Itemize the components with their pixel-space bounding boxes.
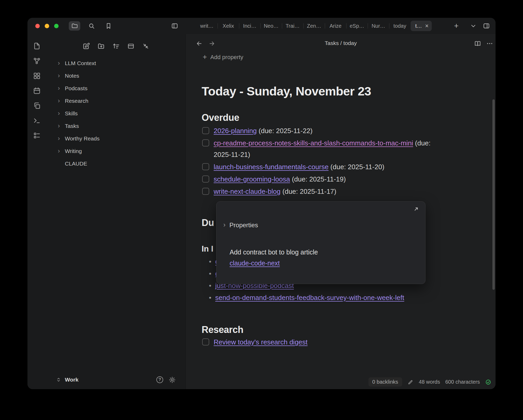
more-options-button[interactable] (485, 39, 494, 48)
task-checkbox[interactable] (202, 163, 209, 170)
file-claude[interactable]: CLAUDE (46, 157, 185, 170)
tab-neo[interactable]: Neo… (260, 21, 282, 31)
note-link[interactable]: cp-readme-process-notes-skills-and-slash… (214, 139, 413, 147)
folder-notes[interactable]: ›Notes (46, 70, 185, 82)
task-checkbox[interactable] (202, 338, 209, 345)
research-task-list: Review today's research digest (202, 336, 437, 349)
graph-view-button[interactable] (32, 56, 42, 66)
backlinks-count[interactable]: 0 backlinks (368, 377, 402, 387)
bookmark-icon (105, 22, 112, 29)
tab-label: Neo… (264, 23, 279, 29)
terminal-button[interactable] (32, 115, 42, 126)
task-checkbox[interactable] (202, 127, 209, 134)
collapse-all-button[interactable] (140, 41, 151, 51)
graph-icon (33, 57, 41, 65)
due-date: (due: 2025-11-17) (281, 188, 336, 195)
bullet-icon: • (209, 294, 211, 302)
toggle-right-sidebar-button[interactable] (481, 21, 492, 31)
tab-zen[interactable]: Zen… (303, 21, 325, 31)
new-note-button[interactable] (81, 41, 91, 51)
reading-view-button[interactable] (473, 39, 482, 48)
sync-status-button[interactable] (485, 379, 491, 385)
collapse-icon (142, 42, 150, 50)
tasks-view-button[interactable] (32, 130, 42, 141)
tab-list-button[interactable] (468, 21, 479, 31)
note-link[interactable]: launch-business-fundamentals-course (214, 163, 328, 171)
task-row: cp-readme-process-notes-skills-and-slash… (202, 137, 437, 160)
vault-folder-button[interactable] (69, 21, 80, 31)
folder-research[interactable]: ›Research (46, 95, 185, 107)
minimize-window-button[interactable] (45, 24, 49, 28)
tab-esp[interactable]: eSp… (346, 21, 368, 31)
toggle-left-sidebar-button[interactable] (169, 21, 180, 31)
list-item: •send-on-demand-students-feedback-survey… (209, 292, 404, 304)
bookmarks-button[interactable] (103, 21, 114, 31)
vault-switcher[interactable]: Work (56, 377, 78, 383)
properties-toggle[interactable]: › Properties (223, 222, 258, 229)
bullet-icon: • (209, 270, 211, 277)
edit-mode-button[interactable] (407, 379, 414, 385)
add-property-label: Add property (210, 54, 243, 61)
folder-tasks[interactable]: ›Tasks (46, 120, 185, 132)
tab-today[interactable]: today (389, 21, 411, 31)
help-button[interactable]: ? (155, 375, 164, 384)
note-link[interactable]: claude-code-next (230, 259, 280, 267)
settings-button[interactable] (168, 375, 177, 384)
tab-xelix[interactable]: Xelix (218, 21, 239, 31)
tab-arize[interactable]: Arize (325, 21, 346, 31)
task-checkbox[interactable] (202, 175, 209, 183)
status-bar: 0 backlinks 48 words 600 characters (368, 377, 491, 387)
task-checkbox[interactable] (202, 188, 209, 195)
expand-panel-button[interactable] (126, 41, 136, 51)
open-in-pane-button[interactable] (413, 206, 420, 214)
zoom-window-button[interactable] (54, 24, 59, 28)
folder-plus-icon (97, 42, 105, 50)
folder-llm-context[interactable]: ›LLM Context (46, 57, 185, 70)
templates-button[interactable] (32, 100, 42, 111)
close-window-button[interactable] (35, 24, 40, 28)
close-tab-icon[interactable]: × (425, 23, 429, 29)
folder-podcasts[interactable]: ›Podcasts (46, 82, 185, 95)
scrollbar-thumb[interactable] (492, 99, 495, 290)
tab-label: Inci… (243, 23, 256, 29)
sidebar-footer: Work ? (46, 374, 185, 385)
hover-preview-popover: › Properties Add contract bot to blog ar… (216, 201, 425, 284)
pencil-icon (408, 379, 413, 385)
note-link[interactable]: send-on-demand-students-feedback-survey-… (215, 294, 404, 302)
tab-label: Zen… (307, 23, 321, 29)
task-checkbox[interactable] (202, 139, 209, 146)
folder-worthy-reads[interactable]: ›Worthy Reads (46, 132, 185, 145)
note-content: + Add property Today - Sunday, November … (186, 52, 496, 389)
breadcrumb[interactable]: Tasks / today (186, 34, 496, 52)
note-link[interactable]: write-next-claude-blog (214, 188, 281, 195)
folder-skills[interactable]: ›Skills (46, 107, 185, 120)
sort-button[interactable] (111, 41, 121, 51)
tab-trai[interactable]: Trai… (282, 21, 303, 31)
note-link[interactable]: schedule-grooming-loosa (214, 175, 290, 183)
daily-note-button[interactable] (32, 86, 42, 96)
new-folder-button[interactable] (96, 41, 106, 51)
new-tab-button[interactable]: + (451, 21, 462, 31)
gear-icon (169, 376, 176, 383)
tab-writ[interactable]: writ… (196, 21, 218, 31)
tab-active[interactable]: t… × (411, 21, 432, 31)
tab-label: Arize (329, 23, 342, 29)
add-property-button[interactable]: + Add property (203, 54, 243, 61)
grid-icon (33, 72, 41, 80)
canvas-button[interactable] (32, 71, 42, 81)
folder-label: Writing (65, 148, 82, 154)
note-link[interactable]: 2026-planning (214, 127, 257, 135)
chevron-right-icon: › (58, 72, 61, 79)
tab-inci[interactable]: Inci… (239, 21, 260, 31)
due-date: (due: 2025-11-22) (257, 127, 312, 135)
folder-writing[interactable]: ›Writing (46, 145, 185, 157)
tab-nur[interactable]: Nur… (368, 21, 389, 31)
task-row: write-next-claude-blog (due: 2025-11-17) (202, 186, 437, 197)
research-heading: Research (202, 324, 243, 335)
note-link[interactable]: Review today's research digest (214, 338, 308, 346)
chevron-right-icon: › (58, 85, 61, 91)
file-button[interactable] (32, 41, 42, 51)
view-header: Tasks / today (186, 34, 496, 52)
search-button[interactable] (86, 21, 97, 31)
chevrons-up-down-icon (56, 377, 61, 383)
